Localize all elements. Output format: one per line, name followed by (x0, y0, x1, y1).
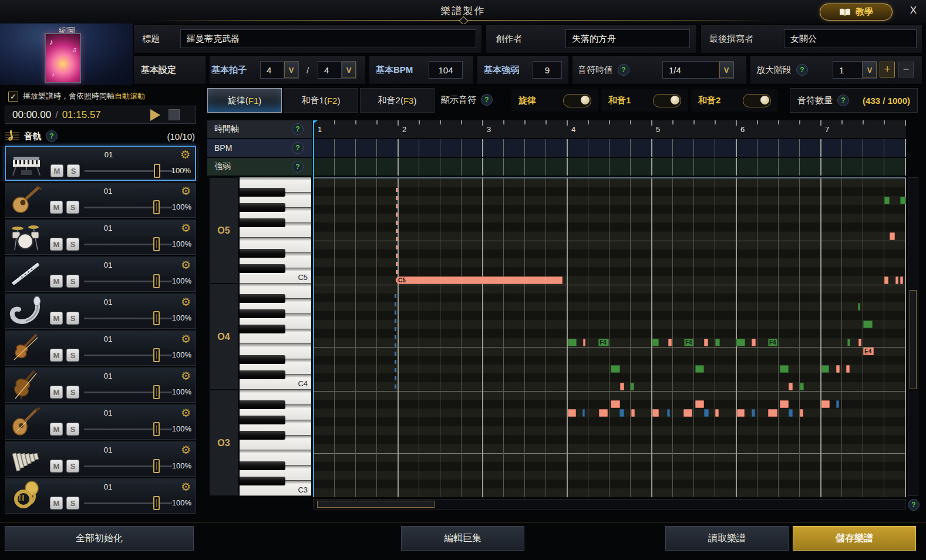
gear-icon[interactable]: ⚙ (181, 332, 191, 346)
toggle-2[interactable] (653, 94, 681, 107)
note[interactable] (652, 409, 659, 417)
mute-button[interactable]: M (50, 423, 63, 436)
toggle-1[interactable] (563, 94, 591, 107)
volume-slider-handle[interactable] (153, 237, 160, 251)
note[interactable] (736, 339, 745, 346)
black-key[interactable] (240, 218, 285, 227)
help-icon[interactable]: ? (796, 64, 808, 76)
tutorial-button[interactable]: 教學 (820, 4, 893, 21)
help-icon[interactable]: ? (481, 94, 493, 106)
load-score-button[interactable]: 讀取樂譜 (665, 526, 789, 551)
help-icon[interactable]: ? (292, 161, 304, 173)
gear-icon[interactable]: ⚙ (181, 443, 191, 457)
tab-f1[interactable]: 旋律(F1) (207, 88, 282, 113)
autoscroll-checkbox[interactable]: ✓ (8, 92, 18, 102)
note[interactable] (858, 339, 861, 346)
solo-button[interactable]: S (66, 386, 79, 399)
close-button[interactable]: X (910, 5, 917, 16)
vertical-scrollbar-thumb[interactable] (910, 290, 917, 389)
note[interactable] (568, 409, 576, 417)
note[interactable] (895, 276, 898, 284)
note[interactable] (715, 409, 719, 417)
reset-all-button[interactable]: 全部初始化 (5, 526, 194, 551)
black-key[interactable] (240, 400, 285, 409)
note[interactable] (890, 232, 895, 240)
note[interactable] (858, 303, 860, 311)
track-row-3[interactable]: 01⚙MS100% (5, 220, 196, 255)
note[interactable] (789, 409, 793, 417)
mute-button[interactable]: M (50, 349, 63, 362)
tab-f2[interactable]: 和音1(F2) (284, 88, 358, 113)
mute-button[interactable]: M (50, 164, 63, 177)
black-key[interactable] (240, 294, 285, 303)
track-row-8[interactable]: 01⚙MS100% (5, 404, 196, 440)
note-value-dropdown[interactable]: 1/4 V (662, 61, 734, 79)
solo-button[interactable]: S (66, 312, 79, 325)
edit-macro-button[interactable]: 編輯巨集 (401, 526, 524, 551)
black-key[interactable] (240, 355, 285, 364)
gear-icon[interactable]: ⚙ (181, 369, 191, 383)
note[interactable] (836, 400, 839, 408)
note[interactable] (715, 339, 720, 346)
note[interactable] (631, 409, 635, 417)
velocity-value[interactable]: 9 (533, 61, 562, 79)
gear-icon[interactable]: ⚙ (181, 221, 191, 235)
black-key[interactable] (240, 188, 285, 197)
black-key[interactable] (240, 249, 285, 258)
note[interactable] (780, 365, 789, 373)
note[interactable] (752, 339, 756, 346)
note[interactable] (568, 339, 577, 346)
note[interactable] (846, 365, 850, 373)
mute-button[interactable]: M (50, 238, 63, 251)
black-key[interactable] (240, 309, 285, 318)
solo-button[interactable]: S (66, 275, 79, 288)
note-grid[interactable]: C5F4F4F4E4 (313, 177, 906, 497)
volume-slider-handle[interactable] (153, 348, 160, 362)
help-icon[interactable]: ? (618, 64, 629, 76)
gear-icon[interactable]: ⚙ (181, 480, 191, 494)
note[interactable] (836, 365, 840, 373)
solo-button[interactable]: S (66, 349, 79, 362)
track-row-2[interactable]: 01⚙MS100% (5, 183, 196, 218)
play-button[interactable] (150, 109, 160, 121)
note[interactable] (900, 276, 903, 284)
volume-slider-handle[interactable] (153, 459, 160, 473)
help-icon[interactable]: ? (46, 130, 58, 142)
note[interactable] (652, 339, 659, 346)
note[interactable] (599, 409, 608, 417)
volume-slider-handle[interactable] (154, 164, 160, 178)
black-key[interactable] (240, 431, 285, 440)
volume-slider-handle[interactable] (153, 496, 160, 510)
note[interactable] (695, 400, 704, 408)
note[interactable] (611, 365, 620, 373)
black-key[interactable] (240, 370, 285, 379)
note[interactable] (821, 365, 829, 373)
volume-slider-handle[interactable] (153, 422, 160, 436)
note[interactable] (752, 409, 755, 417)
tab-f3[interactable]: 和音2(F3) (360, 88, 435, 113)
volume-slider-handle[interactable] (153, 311, 160, 325)
note[interactable] (668, 339, 672, 346)
note[interactable] (631, 383, 634, 390)
note[interactable]: C5 (397, 276, 563, 284)
mute-button[interactable]: M (50, 497, 63, 510)
note[interactable] (620, 383, 624, 390)
title-input[interactable]: 羅曼蒂克武器 (180, 29, 476, 48)
note[interactable] (704, 409, 709, 417)
note[interactable] (683, 409, 692, 417)
black-key[interactable] (240, 477, 285, 485)
bpm-lane[interactable] (313, 139, 906, 157)
track-row-4[interactable]: 01⚙MS100% (5, 257, 196, 292)
solo-button[interactable]: S (66, 497, 79, 510)
note[interactable] (611, 400, 620, 408)
velocity-lane[interactable] (313, 158, 906, 176)
note[interactable] (900, 197, 906, 204)
note[interactable] (884, 197, 890, 204)
black-key[interactable] (240, 203, 285, 212)
note[interactable] (884, 276, 888, 284)
solo-button[interactable]: S (66, 238, 79, 251)
note[interactable] (667, 409, 670, 417)
note[interactable] (619, 409, 624, 417)
note[interactable]: F4 (684, 339, 693, 346)
note[interactable] (583, 339, 585, 346)
